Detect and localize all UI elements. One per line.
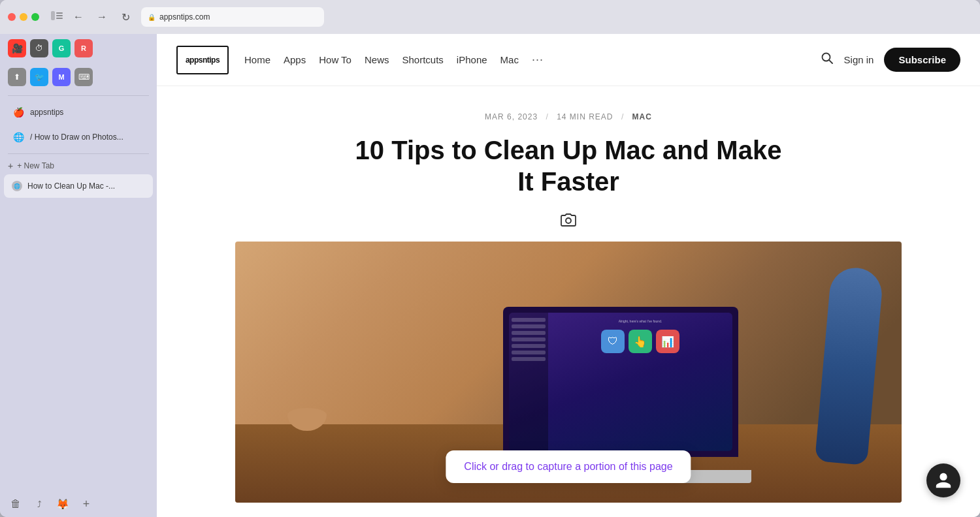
close-button[interactable]: [8, 13, 16, 21]
forward-button[interactable]: →: [93, 8, 111, 26]
main-layout: 🎥 ⏱ G R ⬆ 🐦 M ⌨ 🍎 appsntips 🌐 / How to D…: [0, 34, 980, 517]
meta-separator-1: /: [546, 112, 548, 121]
sidebar-pinned-apps-row2: ⬆ 🐦 M ⌨: [0, 63, 157, 91]
lock-icon: 🔒: [148, 14, 155, 21]
svg-line-5: [829, 60, 832, 63]
clock-app-icon[interactable]: ⏱: [30, 39, 48, 57]
ui-sidebar-item-4: [512, 337, 546, 341]
plus-icon: +: [8, 161, 13, 171]
new-tab-row[interactable]: + + New Tab: [0, 158, 157, 174]
article-date: MAR 6, 2023: [485, 112, 538, 121]
ui-sidebar-item-3: [512, 331, 546, 335]
mastodon-app-icon[interactable]: M: [52, 68, 71, 86]
site-logo-text: appsntips: [186, 55, 220, 65]
howto-label: / How to Draw on Photos...: [30, 133, 123, 142]
ui-card-red: 📊: [656, 330, 679, 353]
ui-card-green-icon: 👆: [634, 336, 647, 348]
minimize-button[interactable]: [20, 13, 27, 21]
meta-separator-2: /: [621, 112, 624, 121]
ui-card-green: 👆: [629, 330, 652, 353]
appsntips-favicon: 🍎: [12, 106, 25, 119]
apps-nav-link[interactable]: Apps: [284, 54, 306, 65]
svg-rect-3: [56, 18, 63, 19]
nav-right: Sign in Subscribe: [821, 48, 960, 72]
sign-in-button[interactable]: Sign in: [844, 54, 874, 65]
new-tab-label: + New Tab: [17, 161, 54, 170]
site-logo[interactable]: appsntips: [176, 46, 229, 74]
subscribe-button[interactable]: Subscribe: [884, 48, 960, 72]
active-tab-favicon: 🌐: [12, 181, 22, 191]
home-nav-link[interactable]: Home: [244, 54, 270, 65]
ui-sidebar-item-2: [512, 324, 546, 328]
sidebar-toggle-icon[interactable]: [51, 11, 63, 23]
howto-favorite[interactable]: 🌐 / How to Draw on Photos...: [4, 125, 153, 149]
reeder-app-icon[interactable]: R: [74, 39, 93, 57]
refresh-button[interactable]: ↻: [116, 8, 135, 26]
ui-sidebar-item-5: [512, 344, 546, 348]
title-bar: ← → ↻ 🔒 appsntips.com: [0, 0, 980, 34]
ui-sidebar: [509, 313, 548, 451]
twitter-app-icon[interactable]: 🐦: [30, 68, 48, 86]
site-navbar: appsntips Home Apps How To News Shortcut…: [157, 34, 980, 86]
keyboard-app-icon[interactable]: ⌨: [74, 68, 93, 86]
ui-card-blue-icon: 🛡: [608, 336, 618, 347]
search-icon[interactable]: [821, 52, 834, 68]
sidebar-pinned-apps-row1: 🎥 ⏱ G R: [0, 34, 157, 63]
camera-icon: [561, 213, 576, 231]
article-read-time: 14 MIN READ: [557, 112, 613, 121]
back-button[interactable]: ←: [69, 8, 88, 26]
sidebar-divider-1: [8, 95, 149, 96]
article-meta: MAR 6, 2023 / 14 MIN READ / MAC: [485, 112, 652, 121]
share-icon[interactable]: ⤴: [31, 496, 47, 512]
laptop-screen: Alright, here's what I've found. 🛡 👆: [503, 307, 738, 457]
appsntips-label: appsntips: [30, 108, 63, 117]
url-text: appsntips.com: [159, 12, 210, 22]
ui-cards: 🛡 👆 📊: [601, 330, 679, 353]
more-nav-button[interactable]: ···: [532, 53, 544, 67]
grammarly-app-icon[interactable]: G: [52, 39, 71, 57]
article-area: MAR 6, 2023 / 14 MIN READ / MAC 10 Tips …: [157, 86, 980, 517]
add-tab-icon[interactable]: +: [78, 496, 94, 512]
mac-nav-link[interactable]: Mac: [500, 54, 519, 65]
firefox-icon[interactable]: 🦊: [55, 496, 71, 512]
svg-rect-2: [56, 15, 63, 16]
trash-icon[interactable]: 🗑: [8, 496, 24, 512]
news-nav-link[interactable]: News: [365, 54, 389, 65]
traffic-lights: [8, 13, 39, 21]
browser-window: ← → ↻ 🔒 appsntips.com 🎥 ⏱ G R ⬆ 🐦 M ⌨: [0, 0, 980, 517]
ui-card-red-icon: 📊: [661, 336, 674, 348]
content-area: appsntips Home Apps How To News Shortcut…: [157, 34, 980, 517]
ui-main-content: Alright, here's what I've found. 🛡 👆: [548, 313, 732, 451]
fullscreen-button[interactable]: [31, 13, 39, 21]
ui-card-blue: 🛡: [601, 330, 625, 353]
user-avatar-button[interactable]: [926, 463, 960, 497]
article-hero-image: Alright, here's what I've found. 🛡 👆: [235, 242, 902, 503]
sidebar-divider-2: [8, 153, 149, 154]
svg-rect-0: [51, 11, 55, 20]
svg-rect-1: [56, 12, 63, 14]
laptop-ui: Alright, here's what I've found. 🛡 👆: [509, 313, 732, 451]
sidebar: 🎥 ⏱ G R ⬆ 🐦 M ⌨ 🍎 appsntips 🌐 / How to D…: [0, 34, 157, 517]
ui-sidebar-item-6: [512, 351, 546, 354]
address-bar[interactable]: 🔒 appsntips.com: [141, 7, 324, 27]
active-tab-label: How to Clean Up Mac -...: [27, 181, 115, 191]
ui-sidebar-item-1: [512, 318, 546, 322]
capture-tooltip[interactable]: Click or drag to capture a portion of th…: [446, 450, 691, 483]
appsntips-favorite[interactable]: 🍎 appsntips: [4, 101, 153, 124]
nav-buttons: ← → ↻: [69, 8, 135, 26]
site-nav-links: Home Apps How To News Shortcuts iPhone M…: [244, 53, 544, 67]
facetime-app-icon[interactable]: 🎥: [8, 39, 26, 57]
howto-nav-link[interactable]: How To: [319, 54, 351, 65]
capture-tooltip-text: Click or drag to capture a portion of th…: [464, 461, 672, 472]
article-title: 10 Tips to Clean Up Mac and Make It Fast…: [346, 134, 791, 197]
shortcuts-nav-link[interactable]: Shortcuts: [402, 54, 443, 65]
iphone-nav-link[interactable]: iPhone: [457, 54, 487, 65]
upload-app-icon[interactable]: ⬆: [8, 68, 26, 86]
laptop-screen-inner: Alright, here's what I've found. 🛡 👆: [509, 313, 732, 451]
howto-favicon: 🌐: [12, 131, 25, 144]
ui-header-text: Alright, here's what I've found.: [619, 319, 662, 323]
active-tab-item[interactable]: 🌐 How to Clean Up Mac -...: [4, 174, 153, 198]
sidebar-bottom-toolbar: 🗑 ⤴ 🦊 +: [0, 491, 157, 517]
article-category: MAC: [632, 112, 652, 121]
ui-sidebar-item-7: [512, 357, 546, 361]
